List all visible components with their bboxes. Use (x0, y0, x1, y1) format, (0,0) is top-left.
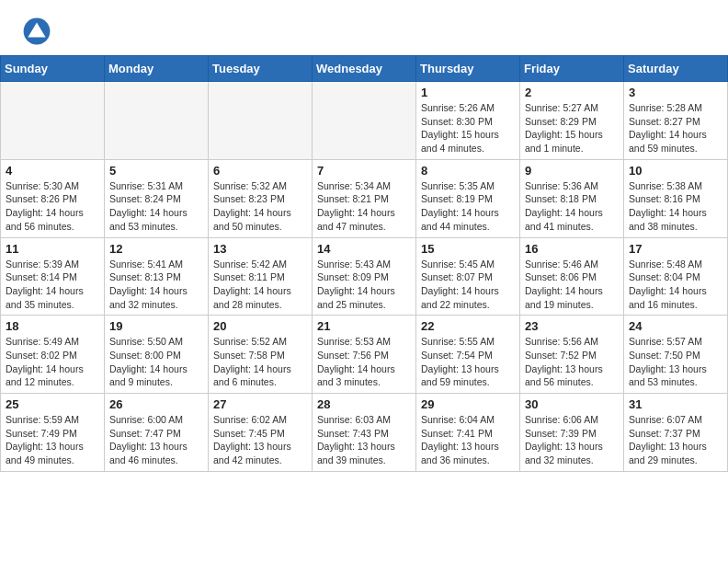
day-info: Sunrise: 5:27 AM Sunset: 8:29 PM Dayligh… (525, 101, 619, 155)
day-info: Sunrise: 5:36 AM Sunset: 8:18 PM Dayligh… (525, 179, 619, 234)
calendar-day-cell: 3Sunrise: 5:28 AM Sunset: 8:27 PM Daylig… (624, 82, 728, 160)
calendar-day-cell: 27Sunrise: 6:02 AM Sunset: 7:45 PM Dayli… (209, 394, 313, 472)
day-info: Sunrise: 5:26 AM Sunset: 8:30 PM Dayligh… (421, 101, 515, 155)
day-of-week-header: Thursday (416, 56, 520, 82)
day-number: 30 (525, 397, 619, 411)
day-number: 9 (525, 164, 619, 178)
logo-icon (22, 17, 51, 46)
day-number: 14 (317, 242, 411, 256)
day-of-week-header: Friday (520, 56, 624, 82)
day-info: Sunrise: 6:00 AM Sunset: 7:47 PM Dayligh… (109, 413, 203, 467)
day-info: Sunrise: 6:02 AM Sunset: 7:45 PM Dayligh… (213, 413, 307, 467)
calendar-day-cell: 14Sunrise: 5:43 AM Sunset: 8:09 PM Dayli… (313, 237, 416, 316)
day-info: Sunrise: 5:59 AM Sunset: 7:49 PM Dayligh… (6, 413, 99, 467)
day-number: 13 (213, 242, 307, 256)
day-info: Sunrise: 6:03 AM Sunset: 7:43 PM Dayligh… (317, 413, 411, 467)
day-number: 6 (213, 164, 307, 178)
calendar-day-cell: 17Sunrise: 5:48 AM Sunset: 8:04 PM Dayli… (624, 237, 728, 316)
calendar-week-row: 11Sunrise: 5:39 AM Sunset: 8:14 PM Dayli… (1, 237, 728, 316)
calendar-header-row: SundayMondayTuesdayWednesdayThursdayFrid… (1, 56, 728, 82)
calendar-day-cell: 8Sunrise: 5:35 AM Sunset: 8:19 PM Daylig… (416, 159, 520, 237)
calendar-week-row: 4Sunrise: 5:30 AM Sunset: 8:26 PM Daylig… (1, 159, 728, 237)
day-of-week-header: Monday (105, 56, 209, 82)
calendar-day-cell: 28Sunrise: 6:03 AM Sunset: 7:43 PM Dayli… (313, 394, 416, 472)
day-info: Sunrise: 5:39 AM Sunset: 8:14 PM Dayligh… (6, 258, 99, 312)
day-of-week-header: Wednesday (313, 56, 416, 82)
calendar-week-row: 1Sunrise: 5:26 AM Sunset: 8:30 PM Daylig… (1, 82, 728, 160)
calendar-day-cell: 16Sunrise: 5:46 AM Sunset: 8:06 PM Dayli… (520, 237, 624, 316)
day-info: Sunrise: 5:52 AM Sunset: 7:58 PM Dayligh… (213, 335, 307, 389)
day-info: Sunrise: 5:48 AM Sunset: 8:04 PM Dayligh… (629, 258, 722, 312)
day-number: 27 (213, 397, 307, 411)
day-info: Sunrise: 5:53 AM Sunset: 7:56 PM Dayligh… (317, 335, 411, 389)
day-number: 5 (109, 164, 203, 178)
day-number: 29 (421, 397, 515, 411)
day-number: 23 (525, 319, 619, 333)
page-header (0, 0, 728, 55)
calendar-week-row: 18Sunrise: 5:49 AM Sunset: 8:02 PM Dayli… (1, 316, 728, 394)
calendar-day-cell: 10Sunrise: 5:38 AM Sunset: 8:16 PM Dayli… (624, 159, 728, 237)
day-info: Sunrise: 5:28 AM Sunset: 8:27 PM Dayligh… (629, 101, 722, 155)
calendar-day-cell: 18Sunrise: 5:49 AM Sunset: 8:02 PM Dayli… (1, 316, 105, 394)
calendar-table: SundayMondayTuesdayWednesdayThursdayFrid… (0, 55, 728, 472)
day-info: Sunrise: 5:49 AM Sunset: 8:02 PM Dayligh… (6, 335, 99, 389)
calendar-day-cell: 12Sunrise: 5:41 AM Sunset: 8:13 PM Dayli… (105, 237, 209, 316)
calendar-day-cell: 9Sunrise: 5:36 AM Sunset: 8:18 PM Daylig… (520, 159, 624, 237)
day-number: 12 (109, 242, 203, 256)
calendar-day-cell: 31Sunrise: 6:07 AM Sunset: 7:37 PM Dayli… (624, 394, 728, 472)
day-number: 7 (317, 164, 411, 178)
calendar-week-row: 25Sunrise: 5:59 AM Sunset: 7:49 PM Dayli… (1, 394, 728, 472)
day-number: 31 (629, 397, 722, 411)
calendar-day-cell (105, 82, 209, 160)
calendar-day-cell: 7Sunrise: 5:34 AM Sunset: 8:21 PM Daylig… (313, 159, 416, 237)
day-info: Sunrise: 5:42 AM Sunset: 8:11 PM Dayligh… (213, 258, 307, 312)
calendar-day-cell: 20Sunrise: 5:52 AM Sunset: 7:58 PM Dayli… (209, 316, 313, 394)
calendar-day-cell: 21Sunrise: 5:53 AM Sunset: 7:56 PM Dayli… (313, 316, 416, 394)
day-info: Sunrise: 5:55 AM Sunset: 7:54 PM Dayligh… (421, 335, 515, 389)
day-number: 24 (629, 319, 722, 333)
calendar-day-cell: 13Sunrise: 5:42 AM Sunset: 8:11 PM Dayli… (209, 237, 313, 316)
calendar-day-cell: 29Sunrise: 6:04 AM Sunset: 7:41 PM Dayli… (416, 394, 520, 472)
day-info: Sunrise: 5:45 AM Sunset: 8:07 PM Dayligh… (421, 258, 515, 312)
day-number: 15 (421, 242, 515, 256)
calendar-day-cell: 19Sunrise: 5:50 AM Sunset: 8:00 PM Dayli… (105, 316, 209, 394)
calendar-day-cell: 15Sunrise: 5:45 AM Sunset: 8:07 PM Dayli… (416, 237, 520, 316)
day-number: 28 (317, 397, 411, 411)
day-number: 17 (629, 242, 722, 256)
day-info: Sunrise: 6:04 AM Sunset: 7:41 PM Dayligh… (421, 413, 515, 467)
logo (22, 17, 55, 46)
day-number: 1 (421, 86, 515, 99)
calendar-day-cell: 24Sunrise: 5:57 AM Sunset: 7:50 PM Dayli… (624, 316, 728, 394)
day-number: 8 (421, 164, 515, 178)
day-info: Sunrise: 5:32 AM Sunset: 8:23 PM Dayligh… (213, 179, 307, 234)
day-info: Sunrise: 6:07 AM Sunset: 7:37 PM Dayligh… (629, 413, 722, 467)
day-number: 26 (109, 397, 203, 411)
calendar-day-cell: 6Sunrise: 5:32 AM Sunset: 8:23 PM Daylig… (209, 159, 313, 237)
day-of-week-header: Tuesday (209, 56, 313, 82)
day-number: 11 (6, 242, 99, 256)
calendar-day-cell: 25Sunrise: 5:59 AM Sunset: 7:49 PM Dayli… (1, 394, 105, 472)
day-number: 18 (6, 319, 99, 333)
calendar-day-cell (313, 82, 416, 160)
day-number: 20 (213, 319, 307, 333)
day-number: 21 (317, 319, 411, 333)
calendar-day-cell: 2Sunrise: 5:27 AM Sunset: 8:29 PM Daylig… (520, 82, 624, 160)
calendar-day-cell: 11Sunrise: 5:39 AM Sunset: 8:14 PM Dayli… (1, 237, 105, 316)
day-info: Sunrise: 5:34 AM Sunset: 8:21 PM Dayligh… (317, 179, 411, 234)
day-info: Sunrise: 5:50 AM Sunset: 8:00 PM Dayligh… (109, 335, 203, 389)
day-number: 22 (421, 319, 515, 333)
calendar-day-cell (1, 82, 105, 160)
day-info: Sunrise: 5:57 AM Sunset: 7:50 PM Dayligh… (629, 335, 722, 389)
calendar-day-cell: 5Sunrise: 5:31 AM Sunset: 8:24 PM Daylig… (105, 159, 209, 237)
day-info: Sunrise: 5:46 AM Sunset: 8:06 PM Dayligh… (525, 258, 619, 312)
day-info: Sunrise: 5:31 AM Sunset: 8:24 PM Dayligh… (109, 179, 203, 234)
day-info: Sunrise: 6:06 AM Sunset: 7:39 PM Dayligh… (525, 413, 619, 467)
calendar-day-cell: 4Sunrise: 5:30 AM Sunset: 8:26 PM Daylig… (1, 159, 105, 237)
day-info: Sunrise: 5:56 AM Sunset: 7:52 PM Dayligh… (525, 335, 619, 389)
day-info: Sunrise: 5:35 AM Sunset: 8:19 PM Dayligh… (421, 179, 515, 234)
day-number: 4 (6, 164, 99, 178)
calendar-day-cell (209, 82, 313, 160)
day-number: 10 (629, 164, 722, 178)
calendar-day-cell: 23Sunrise: 5:56 AM Sunset: 7:52 PM Dayli… (520, 316, 624, 394)
calendar-day-cell: 30Sunrise: 6:06 AM Sunset: 7:39 PM Dayli… (520, 394, 624, 472)
